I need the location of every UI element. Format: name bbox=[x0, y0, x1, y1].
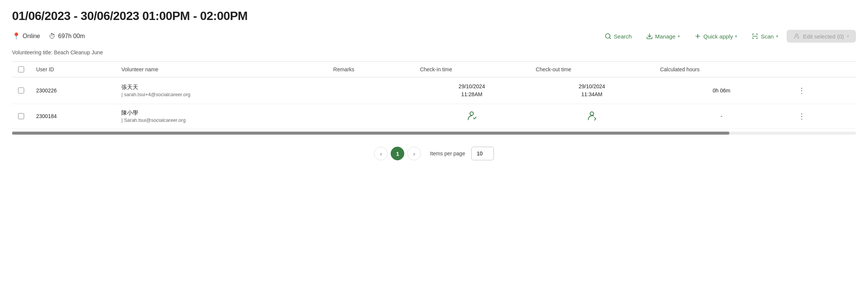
edit-selected-button: Edit selected (0) ▾ bbox=[787, 30, 856, 43]
duration-label: 697h 00m bbox=[58, 33, 85, 40]
edit-selected-icon bbox=[793, 33, 800, 40]
search-button[interactable]: Search bbox=[599, 30, 638, 43]
duration-item: ⏱ 697h 00m bbox=[49, 32, 85, 40]
row2-user-id: 2300184 bbox=[30, 104, 115, 129]
select-all-checkbox[interactable] bbox=[18, 66, 24, 72]
row2-remarks bbox=[327, 104, 414, 129]
table-scrollbar[interactable] bbox=[12, 132, 856, 135]
scan-chevron-icon: ▾ bbox=[776, 34, 778, 39]
quick-apply-icon bbox=[694, 33, 701, 40]
volunteering-filter-label: Volunteering title: Beach Cleanup June bbox=[12, 49, 856, 55]
row1-remarks bbox=[327, 77, 414, 104]
col-check-in-time: Check-in time bbox=[414, 62, 530, 77]
row2-checkbox-cell bbox=[12, 104, 30, 129]
next-icon: › bbox=[413, 150, 415, 157]
col-volunteer-name: Volunteer name bbox=[115, 62, 327, 77]
manage-label: Manage bbox=[655, 33, 675, 40]
col-remarks: Remarks bbox=[327, 62, 414, 77]
manage-chevron-icon: ▾ bbox=[678, 34, 680, 39]
row2-action-dots[interactable]: ⋮ bbox=[795, 111, 808, 122]
scan-label: Scan bbox=[761, 33, 773, 40]
location-item: 📍 Online bbox=[12, 32, 40, 40]
page-1-button[interactable]: 1 bbox=[391, 147, 404, 160]
row1-action-cell: ⋮ bbox=[789, 77, 856, 104]
svg-line-1 bbox=[610, 37, 611, 38]
edit-selected-chevron-icon: ▾ bbox=[847, 34, 849, 39]
next-page-button[interactable]: › bbox=[407, 147, 421, 160]
page-1-label: 1 bbox=[396, 150, 399, 157]
col-calculated-hours: Calculated hours bbox=[654, 62, 789, 77]
table-scrollbar-thumb bbox=[12, 132, 729, 135]
location-icon: 📍 bbox=[12, 32, 20, 40]
row1-action-dots[interactable]: ⋮ bbox=[795, 85, 808, 96]
check-in-person-icon bbox=[466, 111, 477, 121]
row1-check-out: 29/10/202411:34AM bbox=[530, 77, 654, 104]
col-check-out-time: Check-out time bbox=[530, 62, 654, 77]
location-label: Online bbox=[23, 33, 40, 40]
scan-button[interactable]: Scan ▾ bbox=[746, 30, 784, 43]
row1-check-in: 29/10/202411:28AM bbox=[414, 77, 530, 104]
row1-volunteer-name: 張天天 | sarah.tsui+4@socialcareer.org bbox=[115, 77, 327, 104]
row1-checkbox[interactable] bbox=[18, 87, 24, 94]
row1-checkbox-cell bbox=[12, 77, 30, 104]
row2-action-cell: ⋮ bbox=[789, 104, 856, 129]
row1-calculated-hours: 0h 06m bbox=[654, 77, 789, 104]
quick-apply-button[interactable]: Quick apply ▾ bbox=[688, 30, 743, 43]
search-label: Search bbox=[614, 33, 632, 40]
col-actions bbox=[789, 62, 856, 77]
edit-selected-label: Edit selected (0) bbox=[803, 33, 844, 40]
items-per-page-label: Items per page bbox=[430, 150, 465, 157]
row2-volunteer-name: 陳小學 | Sarah.tsui@socialcareer.org bbox=[115, 104, 327, 129]
prev-icon: ‹ bbox=[380, 150, 382, 157]
check-out-person-icon bbox=[587, 111, 597, 121]
row2-check-in bbox=[414, 104, 530, 129]
svg-point-8 bbox=[590, 112, 593, 115]
svg-point-7 bbox=[470, 112, 474, 115]
page-title: 01/06/2023 - 30/06/2023 01:00PM - 02:00P… bbox=[12, 9, 856, 23]
row2-checkbox[interactable] bbox=[18, 113, 24, 119]
timer-icon: ⏱ bbox=[49, 32, 56, 40]
table-row: 2300226 張天天 | sarah.tsui+4@socialcareer.… bbox=[12, 77, 856, 104]
table-row: 2300184 陳小學 | Sarah.tsui@socialcareer.or… bbox=[12, 104, 856, 129]
volunteers-table: User ID Volunteer name Remarks Check-in … bbox=[12, 61, 856, 129]
col-user-id: User ID bbox=[30, 62, 115, 77]
pagination: ‹ 1 › Items per page bbox=[12, 147, 856, 166]
row2-check-out bbox=[530, 104, 654, 129]
table-container: User ID Volunteer name Remarks Check-in … bbox=[12, 61, 856, 138]
items-per-page-input[interactable] bbox=[471, 147, 494, 160]
scan-icon bbox=[752, 33, 758, 40]
search-icon bbox=[605, 33, 611, 40]
prev-page-button[interactable]: ‹ bbox=[374, 147, 388, 160]
quick-apply-label: Quick apply bbox=[703, 33, 733, 40]
col-checkbox bbox=[12, 62, 30, 77]
row2-calculated-hours: - bbox=[654, 104, 789, 129]
manage-icon bbox=[646, 33, 653, 40]
quick-apply-chevron-icon: ▾ bbox=[735, 34, 737, 39]
manage-button[interactable]: Manage ▾ bbox=[640, 30, 686, 43]
row1-user-id: 2300226 bbox=[30, 77, 115, 104]
